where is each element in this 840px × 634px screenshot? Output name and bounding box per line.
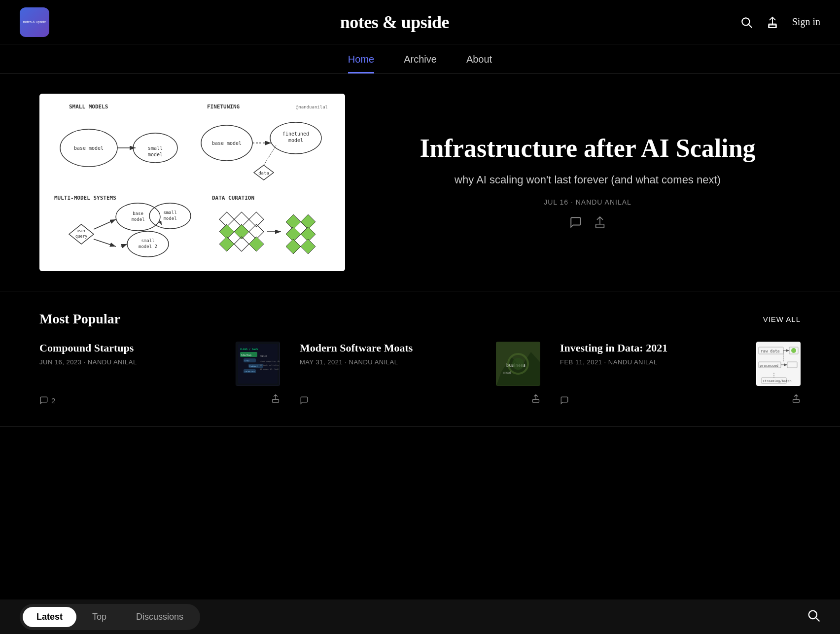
svg-text:MULTI-MODEL SYSTEMS: MULTI-MODEL SYSTEMS [54, 195, 116, 201]
nav-item-home[interactable]: Home [348, 54, 374, 73]
nav-item-about[interactable]: About [466, 54, 492, 73]
svg-rect-76 [273, 399, 279, 402]
tab-group: Latest Top Discussions [20, 604, 200, 630]
popular-item-2-actions [300, 394, 540, 407]
popular-item-3-meta: FEB 11, 2021 · NANDU ANILAL [560, 358, 748, 366]
svg-rect-6 [39, 94, 345, 271]
navigation: Home Archive About [0, 44, 840, 74]
featured-subtitle: why AI scaling won't last forever (and w… [375, 174, 801, 186]
svg-text:small: small [163, 210, 176, 215]
popular-item-3-title[interactable]: Investing in Data: 2021 [560, 342, 748, 354]
comment-count-3[interactable] [560, 396, 569, 405]
popular-item-3: Investing in Data: 2021 FEB 11, 2021 · N… [560, 342, 801, 407]
featured-title[interactable]: Infrastructure after AI Scaling [375, 133, 801, 164]
svg-text:model: model [288, 138, 303, 143]
search-button[interactable] [740, 16, 753, 29]
popular-item-1-title[interactable]: Compound Startups [39, 342, 228, 354]
share-article-button[interactable] [594, 216, 606, 232]
comment-button[interactable] [569, 216, 582, 232]
svg-text:Startup: Startup [241, 353, 251, 357]
svg-line-102 [816, 618, 819, 621]
svg-text:small: small [148, 145, 163, 151]
svg-text:finetuned: finetuned [282, 131, 309, 137]
svg-text:10 tech: multiplier, AI: 10 tech: multiplier, AI [260, 364, 280, 366]
comment-count-1-value: 2 [51, 396, 55, 405]
popular-item-3-actions [560, 394, 801, 407]
tab-top[interactable]: Top [78, 607, 120, 627]
svg-text:query: query [75, 234, 87, 239]
popular-item-1-meta: JUN 16, 2023 · NANDU ANILAL [39, 358, 228, 366]
svg-line-1 [749, 24, 752, 27]
section-header: Most Popular VIEW ALL [39, 311, 801, 327]
site-logo[interactable]: notes & upside [20, 7, 49, 37]
svg-point-83 [512, 358, 524, 370]
popular-item-3-info: Investing in Data: 2021 FEB 11, 2021 · N… [560, 342, 748, 366]
popular-item-2-title[interactable]: Modern Software Moats [300, 342, 488, 354]
most-popular-section: Most Popular VIEW ALL Compound Startups … [0, 291, 840, 427]
sign-in-button[interactable]: Sign in [792, 16, 820, 28]
popular-item-2-meta: MAY 31, 2021 · NANDU ANILAL [300, 358, 488, 366]
tab-latest[interactable]: Latest [23, 607, 76, 627]
svg-text:base model: base model [212, 141, 242, 146]
svg-text:data: data [258, 171, 269, 176]
svg-text:base model: base model [74, 145, 104, 151]
svg-text:PRESET: PRESET [260, 355, 267, 357]
popular-item-1-top: Compound Startups JUN 16, 2023 · NANDU A… [39, 342, 280, 386]
svg-rect-84 [533, 399, 539, 402]
svg-text:raw data: raw data [761, 349, 780, 353]
svg-text:@nanduanilal: @nanduanilal [296, 105, 328, 109]
bottom-bar: Latest Top Discussions [0, 599, 840, 634]
svg-text:CLASS / SaaS: CLASS / SaaS [240, 348, 258, 351]
popular-item-2-top: Modern Software Moats MAY 31, 2021 · NAN… [300, 342, 540, 386]
svg-text:moat: moat [503, 371, 511, 374]
popular-item-2-info: Modern Software Moats MAY 31, 2021 · NAN… [300, 342, 488, 366]
featured-actions [375, 216, 801, 232]
tab-discussions[interactable]: Discussions [122, 607, 197, 627]
share-item-1-button[interactable] [271, 394, 280, 407]
bottom-search-button[interactable] [806, 608, 820, 626]
featured-content: Infrastructure after AI Scaling why AI s… [375, 133, 801, 232]
svg-rect-100 [793, 399, 800, 402]
popular-item-1-info: Compound Startups JUN 16, 2023 · NANDU A… [39, 342, 228, 366]
popular-item-2: Modern Software Moats MAY 31, 2021 · NAN… [300, 342, 540, 407]
svg-text:model 2: model 2 [139, 244, 157, 249]
svg-text:streaming/batch: streaming/batch [763, 379, 792, 383]
svg-text:small: small [141, 238, 154, 243]
section-title: Most Popular [39, 311, 120, 327]
svg-text:10 modes: AI, SaaS: 10 modes: AI, SaaS [260, 368, 279, 370]
svg-text:model: model [163, 216, 176, 221]
popular-grid: Compound Startups JUN 16, 2023 · NANDU A… [39, 342, 801, 407]
svg-text:model: model [131, 217, 144, 222]
svg-text:base: base [133, 211, 143, 216]
featured-meta: JUL 16 · NANDU ANILAL [375, 198, 801, 206]
svg-text:FINETUNING: FINETUNING [207, 104, 240, 110]
comment-count-2[interactable] [300, 396, 309, 405]
svg-text:model: model [148, 152, 163, 157]
featured-article: SMALL MODELS base model small model FINE… [0, 74, 840, 291]
nav-item-archive[interactable]: Archive [404, 54, 437, 73]
popular-item-3-top: Investing in Data: 2021 FEB 11, 2021 · N… [560, 342, 801, 386]
popular-item-3-thumbnail[interactable]: raw data processed streaming/batch [756, 342, 801, 386]
share-item-3-button[interactable] [792, 394, 801, 407]
svg-text:processed: processed [760, 364, 778, 368]
svg-text:DATA CURATION: DATA CURATION [212, 195, 254, 201]
site-title: notes & upside [340, 12, 449, 33]
svg-text:SMALL MODELS: SMALL MODELS [69, 104, 108, 110]
view-all-button[interactable]: VIEW ALL [763, 315, 801, 323]
svg-text:user: user [76, 229, 86, 233]
popular-item-1-thumbnail[interactable]: CLASS / SaaS Startup Grow Hubspot Salesf… [236, 342, 280, 386]
popular-item-1: Compound Startups JUN 16, 2023 · NANDU A… [39, 342, 280, 407]
popular-item-1-actions: 2 [39, 394, 280, 407]
share-item-2-button[interactable] [531, 394, 540, 407]
header-actions: Sign in [740, 16, 820, 29]
svg-text:Grow: Grow [245, 359, 249, 362]
featured-image[interactable]: SMALL MODELS base model small model FINE… [39, 94, 345, 271]
comment-count-1[interactable]: 2 [39, 396, 55, 405]
svg-text:Hubspot: Hubspot [249, 365, 258, 367]
header: notes & upside notes & upside Sign in [0, 0, 840, 44]
svg-text:cloud computing, dbs: cloud computing, dbs [260, 360, 280, 362]
popular-item-2-thumbnail[interactable]: business moat [496, 342, 540, 386]
share-button[interactable] [767, 16, 778, 29]
svg-rect-60 [596, 224, 604, 228]
svg-point-90 [791, 348, 796, 353]
